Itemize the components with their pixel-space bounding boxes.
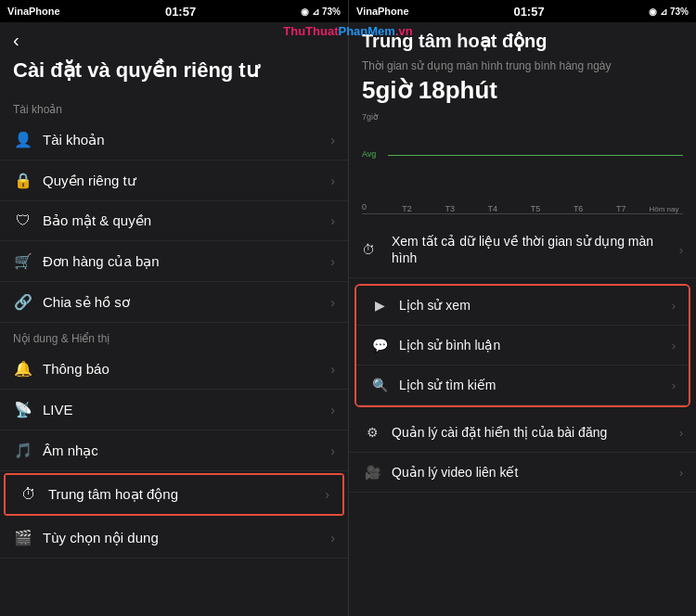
left-panel: VinaPhone 01:57 ◉ ⊿ 73% ‹ Cài đặt và quy… — [0, 0, 348, 616]
search-history-chevron: › — [672, 379, 676, 392]
bar-T4: T4 — [473, 201, 511, 213]
bar-T6: T6 — [560, 201, 598, 213]
right-status-bar: VinaPhone 01:57 ◉ ⊿ 73% — [349, 0, 696, 22]
chart-bars: T2 T3 T4 T5 — [362, 112, 683, 213]
menu-label-notification: Thông báo — [43, 361, 330, 377]
watch-history-icon: ▶ — [369, 298, 390, 313]
linked-video-chevron: › — [679, 466, 683, 480]
search-history-icon: 🔍 — [369, 378, 390, 392]
chart-avg-label: Avg — [362, 149, 376, 159]
right-panel-title: Trung tâm hoạt động — [349, 22, 696, 58]
menu-item-search-history[interactable]: 🔍 Lịch sử tìm kiếm › — [356, 366, 689, 405]
bar-T3: T3 — [431, 201, 469, 213]
music-icon: 🎵 — [13, 442, 33, 459]
right-carrier: VinaPhone — [356, 6, 409, 17]
menu-label-privacy: Quyền riêng tư — [43, 173, 330, 189]
menu-item-notification[interactable]: 🔔 Thông báo › — [0, 349, 348, 390]
history-highlighted-group: ▶ Lịch sử xem › 💬 Lịch sử bình luận › 🔍 … — [354, 284, 690, 407]
menu-item-share-profile[interactable]: 🔗 Chia sẻ hồ sơ › — [0, 282, 348, 323]
menu-label-content-options: Tùy chọn nội dung — [43, 530, 330, 546]
menu-label-account: Tài khoản — [43, 132, 330, 148]
section-label-account: Tài khoản — [0, 94, 348, 120]
bar-homnay: Hôm nay — [645, 202, 683, 213]
chevron-notification: › — [330, 362, 335, 377]
left-battery: ◉ ⊿ 73% — [301, 6, 341, 17]
left-status-bar: VinaPhone 01:57 ◉ ⊿ 73% — [0, 0, 348, 22]
privacy-icon: 🔒 — [13, 172, 33, 189]
menu-label-share-profile: Chia sẻ hồ sơ — [43, 294, 330, 311]
menu-item-watch-history[interactable]: ▶ Lịch sử xem › — [356, 286, 689, 326]
orders-icon: 🛒 — [13, 252, 33, 270]
menu-item-security[interactable]: 🛡 Bảo mật & quyền › — [0, 201, 348, 241]
comment-history-label: Lịch sử bình luận — [399, 338, 672, 353]
highlighted-activity-center: ⏱ Trung tâm hoạt động › — [4, 473, 344, 516]
display-settings-chevron: › — [679, 426, 683, 440]
share-profile-icon: 🔗 — [13, 293, 33, 311]
chevron-privacy: › — [330, 173, 335, 188]
menu-item-account[interactable]: 👤 Tài khoản › — [0, 120, 348, 160]
avg-line — [388, 155, 683, 156]
display-settings-icon: ⚙ — [362, 425, 382, 440]
section-label-content: Nội dung & Hiển thị — [0, 323, 348, 349]
chevron-orders: › — [330, 254, 335, 269]
menu-label-activity: Trung tâm hoạt động — [48, 486, 325, 503]
security-icon: 🛡 — [13, 212, 33, 229]
bar-T5: T5 — [516, 201, 554, 213]
menu-item-music[interactable]: 🎵 Âm nhạc › — [0, 430, 348, 471]
bar-homnay-label: Hôm nay — [649, 205, 678, 213]
comment-history-icon: 💬 — [369, 338, 390, 353]
usage-chart: 7giờ Avg 0 T2 T3 T4 — [349, 112, 696, 222]
comment-history-chevron: › — [672, 339, 676, 353]
live-icon: 📡 — [13, 401, 33, 418]
account-icon: 👤 — [13, 131, 33, 148]
menu-item-linked-video[interactable]: 🎥 Quản lý video liên kết › — [349, 453, 696, 493]
chevron-content-options: › — [330, 531, 335, 545]
chevron-account: › — [330, 133, 335, 148]
left-title: Cài đặt và quyền riêng tư — [0, 55, 348, 94]
bar-T3-label: T3 — [445, 204, 455, 213]
menu-item-privacy[interactable]: 🔒 Quyền riêng tư › — [0, 160, 348, 201]
watch-history-chevron: › — [672, 299, 676, 313]
right-time: 01:57 — [513, 5, 544, 19]
menu-item-content-options[interactable]: 🎬 Tùy chọn nội dung › — [0, 518, 348, 558]
left-carrier: VinaPhone — [7, 6, 60, 17]
chevron-music: › — [330, 443, 335, 458]
screen-data-icon: ⏱ — [362, 242, 382, 257]
left-time: 01:57 — [165, 5, 196, 19]
back-button[interactable]: ‹ — [0, 22, 348, 55]
right-battery: ◉ ⊿ 73% — [649, 6, 689, 17]
watch-history-label: Lịch sử xem — [399, 298, 672, 313]
bar-T2-label: T2 — [402, 204, 412, 213]
menu-label-security: Bảo mật & quyền — [43, 212, 330, 229]
linked-video-icon: 🎥 — [362, 465, 382, 480]
menu-item-activity[interactable]: ⏱ Trung tâm hoạt động › — [6, 475, 342, 514]
bar-T2: T2 — [388, 201, 426, 213]
menu-item-comment-history[interactable]: 💬 Lịch sử bình luận › — [356, 326, 689, 366]
menu-item-display-settings[interactable]: ⚙ Quản lý cài đặt hiển thị của bài đăng … — [349, 413, 696, 453]
chevron-share-profile: › — [330, 295, 335, 310]
display-settings-label: Quản lý cài đặt hiển thị của bài đăng — [392, 425, 679, 440]
screen-data-chevron: › — [679, 243, 683, 257]
screen-data-all[interactable]: ⏱ Xem tất cả dữ liệu về thời gian sử dụn… — [349, 222, 696, 278]
content-options-icon: 🎬 — [13, 529, 33, 546]
bar-T4-label: T4 — [488, 204, 498, 213]
chevron-activity: › — [325, 487, 329, 502]
menu-item-live[interactable]: 📡 LIVE › — [0, 390, 348, 430]
right-subtitle: Thời gian sử dụng màn hình trung bình hà… — [349, 58, 696, 74]
menu-item-orders[interactable]: 🛒 Đơn hàng của bạn › — [0, 241, 348, 282]
screen-data-label: Xem tất cả dữ liệu về thời gian sử dụng … — [392, 233, 679, 266]
notification-icon: 🔔 — [13, 360, 33, 378]
screen-time-value: 5giờ 18phút — [349, 74, 696, 112]
search-history-label: Lịch sử tìm kiếm — [399, 378, 672, 392]
chevron-live: › — [330, 403, 335, 417]
menu-label-music: Âm nhạc — [43, 443, 330, 459]
bar-T7-label: T7 — [616, 204, 626, 213]
menu-label-orders: Đơn hàng của bạn — [43, 253, 330, 270]
bar-T6-label: T6 — [574, 204, 584, 213]
chevron-security: › — [330, 213, 335, 228]
chart-area: 7giờ Avg 0 T2 T3 T4 — [362, 112, 683, 214]
menu-label-live: LIVE — [43, 402, 330, 417]
activity-icon: ⏱ — [19, 486, 39, 503]
bar-T5-label: T5 — [531, 204, 541, 213]
chart-y-bottom: 0 — [362, 202, 367, 212]
